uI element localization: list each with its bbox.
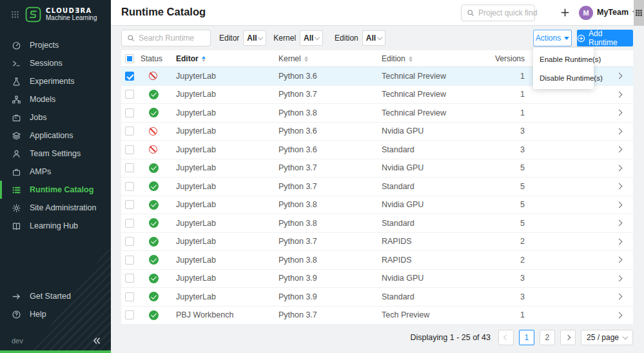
- actions-button[interactable]: Actions: [533, 30, 572, 46]
- row-checkbox[interactable]: [125, 310, 134, 319]
- row-status-cell: [141, 163, 173, 173]
- chevron-right-icon[interactable]: [616, 73, 622, 79]
- main: Runtime Catalog Project quick find M MyT…: [111, 0, 644, 353]
- row-expand-cell: [605, 184, 633, 188]
- row-checkbox[interactable]: [125, 219, 134, 228]
- menu-item-enable-runtimes[interactable]: Enable Runtime(s): [533, 50, 594, 68]
- collapse-double-left-icon[interactable]: [92, 336, 102, 346]
- sidebar-item-site-administration[interactable]: Site Administration: [0, 199, 111, 217]
- waffle-icon[interactable]: [11, 10, 19, 19]
- chevron-right-icon[interactable]: [616, 165, 622, 171]
- row-checkbox[interactable]: [125, 126, 134, 136]
- row-kernel-cell: Python 3.7: [276, 163, 379, 172]
- row-checkbox[interactable]: [125, 108, 134, 117]
- column-header-kernel[interactable]: Kernel: [276, 54, 379, 63]
- chevron-right-icon[interactable]: [616, 146, 622, 153]
- cloudera-ml-logo[interactable]: [25, 6, 41, 23]
- sidebar-item-label: Runtime Catalog: [30, 185, 93, 194]
- chevron-right-icon[interactable]: [616, 275, 622, 281]
- row-checkbox[interactable]: [125, 72, 134, 81]
- chevron-right-icon[interactable]: [616, 294, 622, 300]
- row-versions-cell: 3: [482, 292, 527, 301]
- chevron-right-icon[interactable]: [616, 220, 622, 227]
- chevron-right-icon[interactable]: [616, 238, 622, 245]
- sidebar-item-amps[interactable]: AMPs: [0, 163, 111, 181]
- row-checkbox[interactable]: [125, 163, 134, 172]
- table-row[interactable]: JupyterLabPython 3.6Standard3: [121, 141, 633, 159]
- chevron-right-icon[interactable]: [616, 128, 622, 134]
- edition-filter-select[interactable]: All: [362, 30, 385, 46]
- avatar[interactable]: M: [579, 6, 593, 20]
- table-row[interactable]: JupyterLabPython 3.9Standard3: [121, 288, 633, 307]
- sidebar-item-help[interactable]: Help: [0, 305, 111, 323]
- row-checkbox[interactable]: [125, 292, 134, 301]
- row-checkbox[interactable]: [125, 256, 134, 265]
- sidebar-item-experiments[interactable]: Experiments: [0, 72, 111, 90]
- sidebar-item-learning-hub[interactable]: Learning Hub: [0, 217, 111, 235]
- table-row[interactable]: JupyterLabPython 3.6Nvidia GPU3: [121, 123, 633, 141]
- row-checkbox[interactable]: [125, 200, 134, 209]
- column-header-editor[interactable]: Editor: [173, 54, 276, 63]
- sidebar-item-team-settings[interactable]: Team Settings: [0, 145, 111, 163]
- row-checkbox[interactable]: [125, 182, 134, 191]
- sidebar-item-sessions[interactable]: Sessions: [0, 54, 111, 72]
- row-expand-cell: [605, 294, 633, 299]
- chevron-right-icon[interactable]: [616, 110, 622, 116]
- kernel-filter-select[interactable]: All: [300, 30, 323, 46]
- table-row[interactable]: JupyterLabPython 3.8Standard5: [121, 214, 633, 233]
- row-checkbox[interactable]: [125, 274, 134, 283]
- next-page-button[interactable]: [560, 330, 576, 345]
- row-versions-cell: 5: [482, 163, 527, 172]
- row-status-cell: [141, 218, 173, 228]
- select-all-checkbox[interactable]: [125, 54, 134, 63]
- column-header-edition[interactable]: Edition: [379, 54, 482, 63]
- row-checkbox[interactable]: [125, 145, 134, 154]
- sidebar-item-models[interactable]: Models: [0, 90, 111, 108]
- page-button-2[interactable]: 2: [540, 330, 555, 345]
- add-runtime-button[interactable]: Add Runtime: [577, 30, 633, 46]
- table-row[interactable]: JupyterLabPython 3.7RAPIDS2: [121, 233, 633, 252]
- row-kernel-cell: Python 3.8: [276, 108, 379, 117]
- project-quick-find-input[interactable]: Project quick find: [461, 5, 535, 21]
- sort-icons: [202, 56, 206, 63]
- chevron-right-icon[interactable]: [616, 201, 622, 208]
- chevron-right-icon[interactable]: [616, 183, 622, 190]
- table-row[interactable]: JupyterLabPython 3.7Nvidia GPU5: [121, 159, 633, 178]
- page-button-1[interactable]: 1: [519, 330, 534, 345]
- table-row[interactable]: JupyterLabPython 3.8Technical Preview1: [121, 104, 633, 123]
- prev-page-button[interactable]: [498, 330, 514, 345]
- table-row[interactable]: PBJ WorkbenchPython 3.7Tech Preview1: [121, 307, 633, 325]
- row-checkbox[interactable]: [125, 237, 134, 246]
- row-checkbox[interactable]: [125, 90, 134, 99]
- plus-icon[interactable]: [560, 8, 570, 17]
- row-checkbox-cell: [121, 72, 141, 81]
- table-row[interactable]: JupyterLabPython 3.7Standard5: [121, 177, 633, 196]
- chevron-right-icon: [565, 335, 571, 340]
- sidebar-item-runtime-catalog[interactable]: Runtime Catalog: [0, 181, 111, 199]
- sidebar-item-applications[interactable]: Applications: [0, 126, 111, 145]
- chevron-right-icon[interactable]: [616, 312, 622, 318]
- select-all-cell: [121, 54, 141, 63]
- table-row[interactable]: JupyterLabPython 3.9Nvidia GPU3: [121, 270, 633, 288]
- arrow-right-icon: [12, 292, 22, 301]
- gear-icon: [12, 203, 22, 213]
- sidebar-item-get-started[interactable]: Get Started: [0, 287, 111, 305]
- sidebar-item-jobs[interactable]: Jobs: [0, 108, 111, 126]
- page-size-select[interactable]: 25 / page: [581, 330, 633, 345]
- row-expand-cell: [605, 166, 633, 170]
- menu-item-disable-runtimes[interactable]: Disable Runtime(s): [533, 68, 594, 87]
- user-menu[interactable]: MyTeam: [597, 8, 638, 17]
- row-versions-cell: 5: [482, 219, 527, 228]
- table-row[interactable]: JupyterLabPython 3.8Nvidia GPU5: [121, 196, 633, 215]
- pagination-summary: Displaying 1 - 25 of 43: [411, 333, 491, 342]
- row-expand-cell: [605, 221, 633, 225]
- prohibited-icon: [149, 127, 157, 136]
- apps-grid-toggle[interactable]: [634, 0, 644, 26]
- search-runtime-input[interactable]: Search Runtime: [121, 30, 211, 46]
- row-editor-cell: JupyterLab: [173, 108, 276, 117]
- chevron-right-icon[interactable]: [616, 91, 622, 97]
- chevron-right-icon[interactable]: [616, 257, 622, 263]
- editor-filter-select[interactable]: All: [243, 30, 266, 46]
- sidebar-item-projects[interactable]: Projects: [0, 36, 111, 54]
- table-row[interactable]: JupyterLabPython 3.8RAPIDS2: [121, 251, 633, 270]
